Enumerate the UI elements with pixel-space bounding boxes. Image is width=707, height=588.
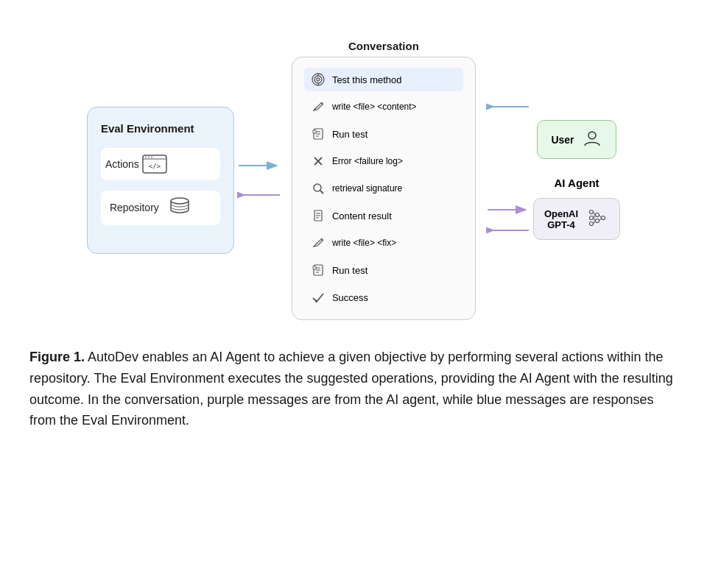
conv-item-7: Run test [304, 258, 463, 282]
right-arrows [486, 77, 530, 283]
svg-line-23 [320, 191, 323, 194]
svg-point-39 [590, 216, 594, 220]
checklist-icon-2 [310, 262, 326, 278]
figure-caption-text: AutoDev enables an AI Agent to achieve a… [29, 350, 673, 428]
conversation-title: Conversation [348, 40, 419, 52]
conv-item-4: retrieval signature [304, 177, 463, 200]
conversation-section: Conversation Test this method write <fil… [284, 40, 483, 320]
arrow-left-1 [237, 188, 281, 202]
user-section: User [537, 120, 616, 159]
svg-point-41 [596, 213, 599, 217]
user-box: User [537, 120, 616, 159]
openai-box: OpenAI GPT-4 [533, 198, 620, 240]
neural-icon [585, 206, 609, 232]
svg-text:</>: </> [149, 163, 161, 170]
actions-label: Actions [110, 154, 135, 174]
conv-item-6: write <file> <fix> [304, 231, 463, 255]
conv-text-0: Test this method [332, 74, 402, 85]
conv-text-7: Run test [332, 265, 367, 276]
arrow-from-openai [486, 223, 530, 238]
repository-item: Repository [101, 191, 220, 225]
svg-point-37 [588, 132, 596, 139]
conv-text-4: retrieval signature [332, 183, 402, 194]
svg-point-3 [148, 156, 150, 157]
database-icon [169, 196, 191, 219]
eval-environment-box: Eval Environment Actions </> Repository [87, 107, 234, 254]
center-openai-arrows [486, 202, 530, 238]
search-icon [310, 180, 326, 196]
left-arrows [237, 92, 281, 269]
check-icon [310, 289, 326, 305]
conv-text-2: Run test [332, 129, 367, 140]
conv-text-5: Content result [332, 210, 392, 222]
figure-caption-bold: Figure 1. [29, 350, 85, 364]
svg-rect-19 [313, 130, 316, 133]
svg-rect-32 [313, 266, 316, 269]
svg-point-6 [171, 198, 189, 204]
svg-point-42 [596, 219, 599, 223]
conv-item-2: Run test [304, 122, 463, 146]
code-icon: </> [142, 154, 167, 174]
svg-point-2 [145, 156, 147, 157]
conv-text-8: Success [332, 292, 368, 303]
conv-item-5: Content result [304, 204, 463, 227]
arrow-to-openai [486, 202, 530, 217]
arrow-right-1 [237, 158, 281, 173]
x-icon [310, 153, 326, 169]
user-icon [582, 128, 602, 151]
svg-line-48 [599, 215, 602, 218]
conv-item-1: write <file> <content> [304, 95, 463, 118]
repository-label: Repository [110, 202, 161, 213]
diagram-inner: Eval Environment Actions </> Repository [37, 22, 670, 320]
right-side: User AI Agent OpenAI GPT-4 [533, 120, 620, 240]
svg-line-49 [599, 218, 602, 221]
eval-env-title: Eval Environment [101, 122, 194, 135]
checklist-icon-1 [310, 126, 326, 142]
arrow-from-user [486, 99, 530, 114]
target-icon [310, 71, 326, 88]
conv-text-6: write <file> <fix> [332, 238, 396, 248]
svg-point-10 [314, 76, 322, 83]
ai-agent-label: AI Agent [554, 177, 599, 189]
svg-point-11 [317, 78, 320, 81]
conv-item-3: Error <failure log> [304, 149, 463, 173]
pen-icon-2 [310, 235, 326, 251]
figure-caption: Figure 1. AutoDev enables an AI Agent to… [29, 347, 678, 431]
doc-icon [310, 208, 326, 224]
svg-point-38 [590, 210, 594, 214]
svg-point-40 [590, 222, 594, 226]
pen-icon-1 [310, 99, 326, 115]
user-label: User [551, 134, 574, 146]
conv-item-0: Test this method [304, 68, 463, 91]
conv-text-3: Error <failure log> [332, 156, 403, 166]
svg-point-43 [602, 216, 605, 220]
conv-item-8: Success [304, 286, 463, 309]
diagram-wrapper: Eval Environment Actions </> Repository [29, 22, 678, 320]
openai-label: OpenAI GPT-4 [544, 208, 578, 230]
ai-agent-section: AI Agent OpenAI GPT-4 [533, 177, 620, 240]
conversation-box: Test this method write <file> <content> … [292, 57, 476, 320]
conv-text-1: write <file> <content> [332, 102, 417, 112]
svg-point-4 [151, 156, 152, 157]
svg-point-22 [314, 184, 321, 191]
actions-item: Actions </> [101, 148, 220, 180]
